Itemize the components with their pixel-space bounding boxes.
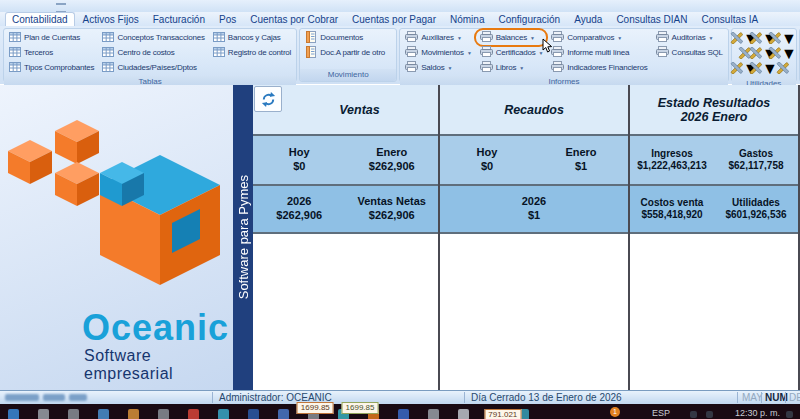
tab-cuentas-por-cobrar[interactable]: Cuentas por Cobrar: [244, 13, 344, 26]
ribbon-item-label: Registro de control: [228, 48, 291, 57]
ribbon-item-informe-multi-l-nea[interactable]: Informe multi línea: [549, 46, 649, 59]
ribbon-group-body: Plan de CuentasTercerosTipos Comprobante…: [4, 29, 296, 76]
ribbon-column: Bancos y CajasRegistro de control: [211, 31, 293, 74]
ribbon-item-registro-de-control[interactable]: Registro de control: [211, 46, 293, 59]
panel-header-row: Ventas Recaudos Estado Resultados 2026 E…: [253, 85, 800, 136]
app-icon[interactable]: [68, 409, 79, 419]
tab-label: Contabilidad: [12, 14, 68, 25]
notification-badge: 1: [610, 407, 620, 417]
stat-ventas-enero: Enero$262,906: [346, 136, 439, 184]
panel-title-estado-resultados: Estado Resultados 2026 Enero: [630, 85, 798, 134]
tab-configuraci-n[interactable]: Configuración: [492, 13, 566, 26]
chevron-down-icon[interactable]: ▼: [457, 35, 462, 41]
taskbar-language[interactable]: ESP: [652, 408, 670, 418]
windows-taskbar[interactable]: 1 ESP 12:30 p. m.: [0, 404, 800, 419]
status-indicator-may: MAY: [742, 392, 763, 403]
vertical-banner-text: Software para Pymes: [236, 175, 251, 299]
search-icon[interactable]: [38, 409, 49, 419]
tab-activos-fijos[interactable]: Activos Fijos: [77, 13, 145, 26]
ribbon-item-libros[interactable]: Libros▼: [478, 61, 546, 74]
app-icon[interactable]: [458, 409, 469, 419]
tray-icon[interactable]: [706, 411, 713, 418]
utility-tool-button[interactable]: ▼: [749, 60, 778, 78]
ribbon-item-label: Terceros: [24, 48, 53, 57]
menu-bar: ContabilidadActivos FijosFacturaciónPosC…: [0, 12, 800, 26]
status-divider: [464, 392, 465, 403]
ribbon-item-label: Certificados: [496, 48, 536, 57]
tab-consultas-ia[interactable]: Consultas IA: [696, 13, 765, 26]
tab-n-mina[interactable]: Nómina: [444, 13, 490, 26]
app-icon[interactable]: [398, 409, 409, 419]
stat-gastos: Gastos$62,117,758: [714, 136, 798, 184]
ribbon-item-tipos-comprobantes[interactable]: Tipos Comprobantes: [7, 61, 96, 74]
ribbon-item-label: Saldos: [421, 63, 444, 72]
ribbon-item-doc-a-partir-de-otro[interactable]: Doc.A partir de otro: [303, 46, 387, 59]
bar-value-label: 1699.85: [297, 402, 334, 414]
stat-recaudos-enero: Enero$1: [534, 136, 628, 184]
tab-label: Consultas DIAN: [616, 14, 687, 25]
taskbar-clock[interactable]: 12:30 p. m.: [735, 408, 780, 418]
tab-facturaci-n[interactable]: Facturación: [147, 13, 211, 26]
table-icon: [9, 61, 21, 75]
app-icon[interactable]: [278, 409, 289, 419]
word-icon[interactable]: [248, 409, 259, 419]
ribbon-group-utilidades: ▼▼▼▼▼▼▼Utilidades: [731, 28, 797, 82]
ribbon-item-auditor-as[interactable]: Auditorías▼: [654, 31, 725, 44]
refresh-button[interactable]: [254, 86, 282, 112]
table-icon: [213, 31, 225, 45]
stat-ingresos: Ingresos$1,222,463,213: [630, 136, 714, 184]
ribbon-item-ciudades-pa-ses-dptos[interactable]: Ciudades/Países/Dptos: [100, 61, 206, 74]
tab-cuentas-por-pagar[interactable]: Cuentas por Pagar: [346, 13, 442, 26]
app-icon[interactable]: [98, 409, 109, 419]
tools-icon: [776, 60, 789, 78]
ribbon-item-consultas-sql[interactable]: Consultas SQL: [654, 46, 725, 59]
ribbon-item-terceros[interactable]: Terceros: [7, 46, 96, 59]
mail-icon[interactable]: [188, 409, 199, 419]
chevron-down-icon[interactable]: ▼: [519, 65, 524, 71]
tab-pos[interactable]: Pos: [213, 13, 242, 26]
chevron-down-icon[interactable]: ▼: [530, 35, 535, 41]
chevron-down-icon[interactable]: ▼: [617, 35, 622, 41]
ribbon-item-label: Ciudades/Países/Dptos: [117, 63, 196, 72]
status-divider: [737, 392, 738, 403]
app-icon[interactable]: [158, 409, 169, 419]
status-bar: Administrador: OCEANIC Día Cerrado 13 de…: [0, 390, 800, 404]
tab-label: Pos: [219, 14, 236, 25]
ribbon-item-indicadores-financieros[interactable]: Indicadores Financieros: [549, 61, 649, 74]
tray-icon[interactable]: [786, 411, 793, 418]
chevron-down-icon[interactable]: ▼: [467, 50, 472, 56]
ribbon-item-centro-de-costos[interactable]: Centro de costos: [100, 46, 206, 59]
ribbon-item-certificados[interactable]: Certificados▼: [478, 46, 546, 59]
document-icon: [305, 31, 317, 45]
ribbon-group-body: ▼▼▼▼▼▼▼: [732, 29, 796, 78]
ribbon-item-bancos-y-cajas[interactable]: Bancos y Cajas: [211, 31, 293, 44]
start-icon[interactable]: [8, 409, 19, 419]
ribbon-item-saldos[interactable]: Saldos▼: [403, 61, 473, 74]
ribbon-item-plan-de-cuentas[interactable]: Plan de Cuentas: [7, 31, 96, 44]
oceanic-logo: [0, 93, 233, 303]
ribbon-item-auxiliares[interactable]: Auxiliares▼: [403, 31, 473, 44]
tray-icon[interactable]: [690, 411, 697, 418]
app-icon[interactable]: [428, 409, 439, 419]
tab-consultas-dian[interactable]: Consultas DIAN: [610, 13, 693, 26]
ribbon-item-documentos[interactable]: Documentos: [303, 31, 387, 44]
browser-icon[interactable]: [218, 409, 229, 419]
ribbon-item-conceptos-transacciones[interactable]: Conceptos Transacciones: [100, 31, 206, 44]
status-divider: [785, 392, 786, 403]
table-icon: [102, 61, 114, 75]
ribbon-item-comparativos[interactable]: Comparativos▼: [549, 31, 649, 44]
ribbon-item-label: Auxiliares: [421, 33, 454, 42]
ribbon-item-label: Movimientos: [421, 48, 464, 57]
chevron-down-icon[interactable]: ▼: [447, 65, 452, 71]
utility-tool-button[interactable]: [776, 60, 789, 78]
tab-contabilidad[interactable]: Contabilidad: [5, 12, 75, 26]
stat-ventas-netas: Ventas Netas$262,906: [346, 186, 439, 232]
tab-ayuda[interactable]: Ayuda: [568, 13, 608, 26]
folder-icon[interactable]: [128, 409, 139, 419]
chevron-down-icon[interactable]: ▼: [709, 35, 714, 41]
ribbon-item-balances[interactable]: Balances▼: [478, 31, 546, 44]
brand-panel: Oceanic Software empresarial: [0, 85, 233, 390]
column-divider: [628, 85, 630, 390]
panel-row-1: Hoy$0 Enero$262,906 Hoy$0 Enero$1 Ingres…: [253, 136, 800, 186]
ribbon-item-movimientos[interactable]: Movimientos▼: [403, 46, 473, 59]
